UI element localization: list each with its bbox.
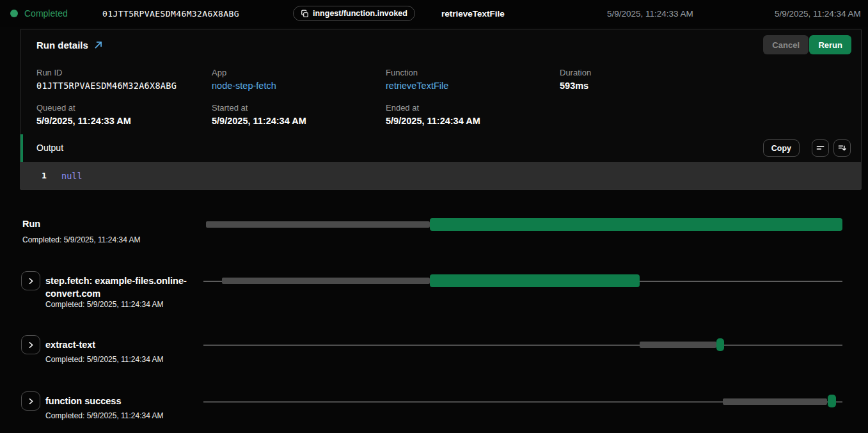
trace-row-completed: Completed: 5/9/2025, 11:24:34 AM [45, 411, 199, 420]
scroll-to-bottom-icon [837, 143, 847, 153]
output-accent-bar [20, 134, 23, 162]
field-value: 5/9/2025, 11:24:33 AM [36, 116, 212, 126]
trace-row-text: function success Completed: 5/9/2025, 11… [45, 395, 199, 420]
status-dot-icon [10, 10, 18, 17]
step-span-marker[interactable] [716, 338, 724, 351]
copy-icon [301, 10, 309, 18]
step-span-bar[interactable] [430, 274, 640, 287]
function-link[interactable]: retrieveTextFile [386, 81, 560, 91]
run-details-title: Run details [36, 40, 88, 51]
external-link-icon[interactable] [94, 41, 102, 49]
chevron-right-icon [28, 342, 35, 349]
run-queued-bar[interactable] [206, 221, 430, 228]
top-started-timestamp: 5/9/2025, 11:24:34 AM [775, 9, 861, 19]
run-details-panel: Run details Cancel Rerun Run ID 01JTT5RP… [20, 29, 862, 190]
trace-row-title: function success [45, 395, 199, 407]
field-label: Queued at [36, 103, 212, 113]
event-badge-label: inngest/function.invoked [313, 9, 407, 18]
output-title: Output [36, 134, 63, 162]
expand-step-button[interactable] [21, 271, 40, 290]
step-queued-bar[interactable] [723, 398, 827, 405]
wrap-lines-button[interactable] [812, 139, 829, 157]
top-queued-timestamp: 5/9/2025, 11:24:33 AM [607, 9, 693, 19]
field-value: 5/9/2025, 11:24:34 AM [386, 116, 560, 126]
event-badge[interactable]: inngest/function.invoked [293, 6, 415, 21]
app-link[interactable]: node-step-fetch [212, 81, 386, 91]
wrap-lines-icon [816, 143, 825, 153]
chevron-right-icon [28, 398, 35, 405]
copy-button[interactable]: Copy [763, 139, 800, 157]
top-function-name: retrieveTextFile [441, 9, 505, 19]
cancel-button[interactable]: Cancel [763, 35, 809, 54]
expand-step-button[interactable] [21, 335, 40, 354]
expand-step-button[interactable] [21, 391, 40, 411]
trace-row-completed: Completed: 5/9/2025, 11:24:34 AM [45, 300, 199, 309]
trace-row-title: step.fetch: example-files.online-convert… [45, 274, 199, 300]
trace-row-completed: Completed: 5/9/2025, 11:24:34 AM [45, 355, 199, 364]
step-queued-bar[interactable] [222, 278, 430, 284]
trace-row-completed: Completed: 5/9/2025, 11:24:34 AM [22, 235, 141, 244]
run-span-bar[interactable] [430, 218, 842, 231]
field-value: 01JTT5RPVAESDM46M32A6X8ABG [36, 81, 212, 91]
chevron-right-icon [28, 278, 35, 285]
trace-row-title: Run [22, 217, 40, 230]
trace-row-title: extract-text [45, 338, 199, 351]
scroll-to-bottom-button[interactable] [833, 139, 851, 157]
field-started-at: Started at 5/9/2025, 11:24:34 AM [212, 103, 386, 126]
field-queued-at: Queued at 5/9/2025, 11:24:33 AM [36, 103, 212, 126]
field-label: App [212, 68, 386, 77]
field-ended-at: Ended at 5/9/2025, 11:24:34 AM [386, 103, 560, 126]
output-section: Output Copy 1 null [20, 134, 861, 189]
field-run-id: Run ID 01JTT5RPVAESDM46M32A6X8ABG [36, 68, 212, 91]
step-queued-bar[interactable] [640, 342, 716, 348]
field-label: Run ID [36, 68, 212, 77]
top-status-bar: Completed 01JTT5RPVAESDM46M32A6X8ABG inn… [0, 0, 868, 27]
trace-row-text: extract-text Completed: 5/9/2025, 11:24:… [45, 338, 199, 364]
status-label: Completed [24, 8, 68, 19]
timeline-track [203, 345, 842, 346]
run-details-grid: Run ID 01JTT5RPVAESDM46M32A6X8ABG App no… [36, 68, 849, 126]
output-code-area[interactable]: 1 null [20, 162, 861, 189]
field-label: Ended at [386, 103, 560, 113]
field-label: Function [386, 68, 560, 77]
top-run-id: 01JTT5RPVAESDM46M32A6X8ABG [102, 9, 239, 19]
field-value: 5/9/2025, 11:24:34 AM [212, 116, 386, 126]
rerun-button[interactable]: Rerun [809, 35, 851, 54]
field-label: Duration [560, 68, 849, 77]
trace-row-text: step.fetch: example-files.online-convert… [45, 274, 199, 309]
field-duration: Duration 593ms [560, 68, 849, 91]
field-function: Function retrieveTextFile [386, 68, 560, 91]
line-number: 1 [20, 171, 46, 180]
field-app: App node-step-fetch [212, 68, 386, 91]
field-value: 593ms [560, 81, 849, 91]
step-span-marker[interactable] [828, 395, 836, 407]
output-code-value: null [61, 171, 83, 181]
field-label: Started at [212, 103, 386, 113]
